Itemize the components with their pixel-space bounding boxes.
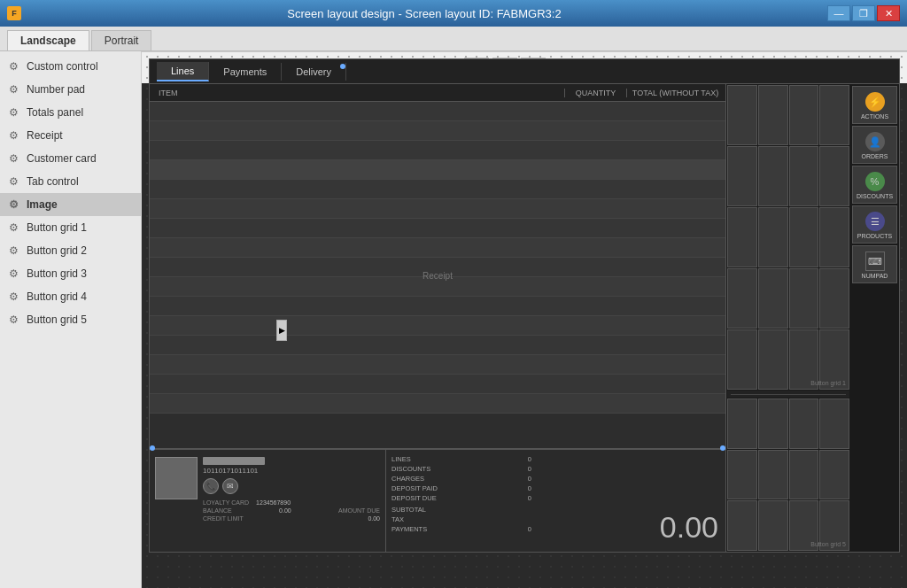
products-label: PRODUCTS <box>857 233 892 239</box>
payments-label: PAYMENTS <box>391 525 427 533</box>
tab-landscape[interactable]: Landscape <box>7 30 89 50</box>
sidebar-item-custom-control[interactable]: ⚙ Custom control <box>0 55 141 78</box>
btn-cell[interactable] <box>819 207 849 267</box>
sidebar-item-button-grid-1[interactable]: ⚙ Button grid 1 <box>0 216 141 239</box>
sidebar-item-button-grid-4[interactable]: ⚙ Button grid 4 <box>0 285 141 308</box>
minimize-button[interactable]: — <box>827 5 850 21</box>
sidebar-item-image[interactable]: ⚙ Image <box>0 193 141 216</box>
action-btn-orders[interactable]: 👤 ORDERS <box>852 126 897 164</box>
btn-cell[interactable] <box>758 450 788 500</box>
btn-cell[interactable] <box>789 146 819 206</box>
sidebar-item-customer-card[interactable]: ⚙ Customer card <box>0 147 141 170</box>
btn-cell[interactable] <box>789 85 819 145</box>
btn-cell[interactable] <box>758 207 788 267</box>
btn-cell[interactable] <box>789 268 819 329</box>
action-btn-discounts[interactable]: % DISCOUNTS <box>852 166 897 204</box>
btn-cell[interactable] <box>727 146 757 206</box>
btn-cell[interactable] <box>758 329 788 390</box>
view-tab-row: Landscape Portrait <box>0 27 907 51</box>
amount-due-value: 0.00 <box>660 510 718 545</box>
btn-cell[interactable] <box>819 450 849 500</box>
sidebar-item-button-grid-3[interactable]: ⚙ Button grid 3 <box>0 262 141 285</box>
gear-icon: ⚙ <box>9 106 21 119</box>
customer-card: 10110171011101 📞 ✉ LOYALTY CARD 12345678… <box>150 450 386 552</box>
button-grid-5-label: Button grid 5 <box>810 541 846 547</box>
lines-label: LINES <box>391 455 411 463</box>
sidebar-label-button-grid-3: Button grid 3 <box>27 267 87 280</box>
btn-cell[interactable] <box>789 450 819 500</box>
btn-cell[interactable] <box>819 146 849 206</box>
sidebar-item-receipt[interactable]: ⚙ Receipt <box>0 124 141 147</box>
phone-icon-button[interactable]: 📞 <box>203 478 219 494</box>
sidebar-collapse-button[interactable]: ▶ <box>276 320 287 341</box>
sidebar-label-custom-control: Custom control <box>27 60 98 73</box>
design-tabs-row: Lines Payments Delivery <box>150 59 899 84</box>
top-button-grid: Button grid 1 <box>727 85 849 390</box>
window-body: Landscape Portrait ⚙ Custom control ⚙ Nu… <box>0 27 907 588</box>
sidebar-item-button-grid-2[interactable]: ⚙ Button grid 2 <box>0 239 141 262</box>
btn-cell[interactable] <box>789 207 819 267</box>
btn-cell[interactable] <box>727 85 757 145</box>
design-area: Lines Payments Delivery ITEM QUANTITY <box>142 51 907 588</box>
design-tab-delivery[interactable]: Delivery <box>282 63 346 81</box>
btn-cell[interactable] <box>727 398 757 449</box>
btn-cell[interactable] <box>758 500 788 551</box>
sidebar-item-totals-panel[interactable]: ⚙ Totals panel <box>0 101 141 124</box>
table-row <box>150 180 725 199</box>
credit-limit-value: 0.00 <box>368 515 380 522</box>
btn-cell[interactable] <box>819 268 849 329</box>
btn-cell[interactable] <box>727 500 757 551</box>
discounts-label: DISCOUNTS <box>391 465 430 473</box>
table-row <box>150 141 725 160</box>
app-icon: F <box>7 6 21 20</box>
payments-value: 0 <box>528 525 531 533</box>
table-row <box>150 355 725 375</box>
totals-deposit-due-row: DEPOSIT DUE 0 <box>391 494 531 502</box>
sidebar-label-totals-panel: Totals panel <box>27 106 83 119</box>
action-btn-actions[interactable]: ⚡ ACTIONS <box>852 86 897 124</box>
sidebar-item-tab-control[interactable]: ⚙ Tab control <box>0 170 141 193</box>
close-button[interactable]: ✕ <box>877 5 900 21</box>
btn-cell[interactable] <box>727 329 757 390</box>
gear-icon: ⚙ <box>9 244 21 257</box>
btn-cell[interactable] <box>758 398 788 449</box>
orders-icon: 👤 <box>865 132 885 151</box>
sidebar-label-button-grid-5: Button grid 5 <box>27 313 87 326</box>
btn-cell[interactable] <box>727 268 757 329</box>
table-row <box>150 102 725 121</box>
design-tab-payments[interactable]: Payments <box>209 63 282 81</box>
design-body: ITEM QUANTITY TOTAL (WITHOUT TAX) <box>150 84 899 552</box>
action-btn-products[interactable]: ☰ PRODUCTS <box>852 205 897 244</box>
discounts-icon: % <box>865 172 885 191</box>
gear-icon: ⚙ <box>9 267 21 280</box>
btn-cell[interactable] <box>819 398 849 449</box>
btn-cell[interactable] <box>727 450 757 500</box>
sidebar-item-number-pad[interactable]: ⚙ Number pad <box>0 78 141 101</box>
totals-subtotal-row: SUBTOTAL <box>391 506 531 514</box>
sidebar-label-button-grid-4: Button grid 4 <box>27 290 87 303</box>
credit-limit-row: CREDIT LIMIT 0.00 <box>203 515 380 522</box>
sidebar-label-customer-card: Customer card <box>27 152 97 165</box>
maximize-button[interactable]: ❐ <box>852 5 875 21</box>
btn-cell[interactable] <box>758 268 788 329</box>
gear-icon: ⚙ <box>9 175 21 188</box>
btn-cell[interactable] <box>789 398 819 449</box>
products-icon: ☰ <box>865 212 885 231</box>
gear-icon: ⚙ <box>9 129 21 142</box>
action-btn-numpad[interactable]: ⌨ NUMPAD <box>852 245 897 283</box>
design-tab-lines[interactable]: Lines <box>157 62 209 81</box>
gear-icon-active: ⚙ <box>9 198 21 211</box>
btn-cell[interactable] <box>758 85 788 145</box>
btn-cell[interactable] <box>819 85 849 145</box>
loyalty-card-row: LOYALTY CARD 1234567890 <box>203 499 380 506</box>
email-icon-button[interactable]: ✉ <box>222 478 238 494</box>
sidebar-item-button-grid-5[interactable]: ⚙ Button grid 5 <box>0 308 141 331</box>
table-row <box>150 238 725 258</box>
table-row <box>150 394 725 414</box>
tab-portrait[interactable]: Portrait <box>91 30 152 50</box>
button-grid-area: Button grid 1 <box>726 84 850 552</box>
btn-cell[interactable] <box>727 207 757 267</box>
btn-cell[interactable] <box>758 146 788 206</box>
totals-tax-row: TAX <box>391 515 531 523</box>
bottom-button-grid: Button grid 5 <box>727 398 849 551</box>
